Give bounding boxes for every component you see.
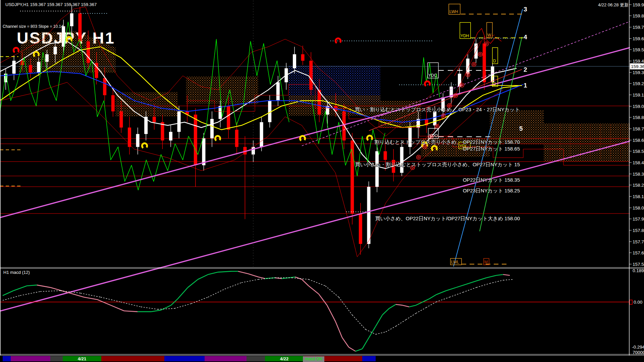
macd-line-segment	[161, 305, 171, 310]
macd-line-segment	[111, 305, 124, 311]
macd-low-label: -0.294	[632, 345, 644, 350]
ring-signal-marker	[478, 52, 483, 57]
op-annotation: 買い小さめ・割り込むとストップロス売り小さめ、OP27日NYカット 15	[355, 162, 520, 168]
price-tick-label: 159.835	[633, 13, 644, 18]
macd-line-segment	[37, 285, 50, 287]
macd-toggle-button[interactable]: macd ON	[303, 356, 324, 362]
timeline-segment[interactable]	[376, 356, 630, 361]
candle-body	[458, 74, 461, 87]
candle-body	[194, 115, 197, 165]
macd-line-segment	[476, 278, 486, 281]
macd-line-segment	[349, 347, 356, 351]
macd-line-segment	[496, 275, 503, 275]
omega-signal-marker	[424, 80, 431, 87]
macd-line-segment	[335, 321, 342, 338]
macd-line-segment	[463, 288, 476, 292]
macd-line-segment	[198, 275, 208, 279]
macd-line-segment	[141, 307, 158, 309]
candle-body	[384, 151, 387, 160]
macd-line-segment	[121, 302, 141, 307]
price-tick-label: 158.370	[633, 172, 644, 177]
candle-body	[111, 95, 115, 111]
macd-line-segment	[309, 286, 319, 294]
level-box-label: LWH	[449, 9, 458, 14]
macd-line-segment	[362, 338, 369, 349]
candle-body	[45, 54, 49, 62]
macd-line-segment	[3, 296, 20, 300]
macd-line-segment	[409, 305, 416, 307]
macd-line-segment	[50, 288, 67, 292]
ring-signal-marker	[485, 43, 487, 45]
macd-pane: 0.1890.00-0.29470000	[0, 268, 644, 355]
price-tick-label: 158.580	[633, 149, 644, 154]
timeline-segment[interactable]	[50, 356, 63, 361]
macd-line-segment	[178, 288, 188, 299]
macd-line-segment	[356, 349, 362, 351]
ring-signal-marker	[417, 155, 421, 160]
price-tick-label: 157.530	[633, 262, 644, 267]
ring-signal-marker	[473, 63, 475, 65]
macd-line-segment	[376, 315, 382, 326]
price-tick-label: 157.740	[633, 239, 644, 244]
op-annotation: 買い・割り込むとストップロス売り小さめ、 OP23・24・27日NYカット	[355, 107, 520, 113]
candle-body	[375, 151, 379, 187]
price-tick-label: 158.475	[633, 160, 644, 165]
trendline-number-label: 3	[524, 6, 527, 13]
candle-body	[70, 13, 73, 26]
macd-zero-marker	[630, 300, 632, 304]
macd-line-segment	[158, 308, 174, 309]
candle-body	[153, 117, 156, 122]
price-chart[interactable]: LWHYDHWDYDCDYDOYDLLWLM34215 0.1890.00-0.…	[0, 0, 644, 362]
macd-line-segment	[503, 280, 513, 280]
timeline-segment[interactable]	[11, 356, 50, 361]
timeline-segment[interactable]	[101, 356, 164, 361]
op-annotation: 買い小さめ、OP22日NYカット/OP27日NYカット大きめ 158.00	[375, 216, 520, 222]
macd-line-segment	[382, 308, 389, 315]
candle-body	[309, 61, 313, 90]
macd-line-segment	[84, 297, 97, 300]
macd-line-segment	[248, 274, 258, 277]
symbol-ohlc-readout: USDJPY,H1 159.367 159.367 159.367 159.36…	[5, 2, 97, 7]
ichimoku-clouds	[18, 31, 630, 162]
macd-line-segment	[327, 305, 335, 321]
macd-line-segment	[429, 295, 436, 299]
macd-line-segment	[258, 277, 265, 279]
timeline-segment[interactable]	[164, 356, 205, 361]
price-tick-label: 159.415	[633, 59, 644, 64]
trendline-number-label: 1	[524, 82, 527, 89]
candle-body	[367, 187, 370, 244]
macd-line-segment	[238, 271, 248, 274]
candle-body	[169, 132, 172, 140]
timeline-segment[interactable]	[3, 356, 11, 361]
macd-line-segment	[342, 338, 349, 347]
macd-line-segment	[124, 311, 138, 312]
price-tick-label: 159.730	[633, 25, 644, 30]
candle-body	[252, 147, 255, 155]
price-tick-label: 159.105	[633, 93, 644, 98]
macd-line-segment	[449, 292, 463, 297]
level-box-label: D	[493, 59, 496, 63]
ring-signal-marker	[479, 53, 481, 55]
channel-info-text: Channel size = 803 Slope = 10.14	[3, 24, 63, 29]
mt4-chart-window: USDJPY H1 LWHYDHWDYDCDYDOYDLLWLM34215 0.…	[0, 0, 644, 362]
macd-line-segment	[295, 277, 302, 279]
macd-line-segment	[389, 304, 396, 308]
candle-body	[400, 147, 404, 173]
candle-body	[235, 130, 238, 147]
timeline-segment[interactable]	[362, 356, 376, 361]
trendline-number-label: 4	[524, 34, 527, 41]
timeline-segment[interactable]	[247, 356, 265, 361]
macd-line-segment	[503, 275, 510, 275]
level-box-label: M	[484, 260, 488, 264]
candle-body	[260, 122, 263, 147]
timeline-segment[interactable]	[205, 356, 247, 361]
price-tick-label: 157.950	[633, 217, 644, 222]
level-box-label: D	[493, 81, 496, 86]
candle-body	[276, 82, 280, 101]
candle-body	[177, 111, 181, 132]
macd-line-segment	[490, 280, 503, 284]
candle-body	[359, 214, 362, 244]
candle-body	[136, 134, 140, 147]
macd-line-segment	[27, 285, 37, 286]
macd-line-segment	[339, 297, 352, 315]
